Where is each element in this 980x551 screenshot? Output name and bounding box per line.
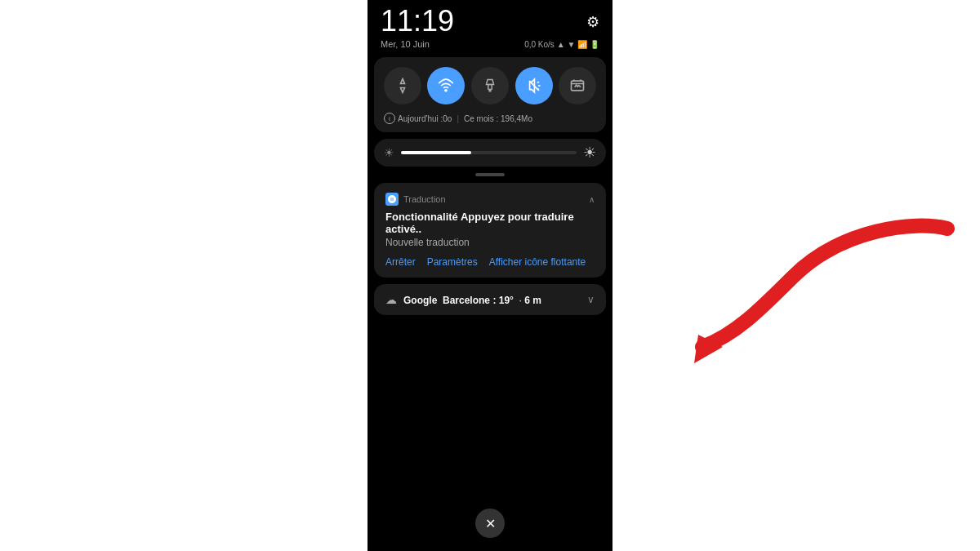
svg-marker-7	[694, 335, 723, 363]
weather-time: 6 m	[524, 295, 541, 306]
svg-point-0	[445, 90, 447, 91]
toggle-sound[interactable]	[515, 67, 553, 104]
weather-app: Google	[403, 295, 437, 306]
left-background	[0, 0, 368, 551]
network-speed: 0,0 Ko/s	[524, 40, 555, 49]
toggle-row	[381, 67, 599, 104]
info-icon: i	[384, 113, 395, 124]
notif-actions: Arrêter Paramètres Afficher icône flotta…	[385, 256, 595, 268]
divider-handle	[368, 173, 612, 176]
phone-screen: 11:19 ⚙ Mer, 10 Juin 0,0 Ko/s ▲ ▼ 📶 🔋	[368, 0, 612, 551]
clock-time: 11:19	[381, 7, 454, 36]
brightness-high-icon: ☀	[583, 144, 596, 162]
brightness-row[interactable]: ☀ ☀	[374, 139, 606, 167]
right-background	[612, 0, 980, 551]
weather-info: Google Barcelone : 19° · 6 m	[403, 292, 541, 307]
close-button[interactable]: ✕	[475, 509, 505, 538]
date-row: Mer, 10 Juin 0,0 Ko/s ▲ ▼ 📶 🔋	[368, 38, 612, 54]
brightness-track[interactable]	[401, 151, 577, 154]
notification-card-translation[interactable]: Traduction ∧ Fonctionnalité Appuyez pour…	[374, 183, 606, 278]
notif-app-name: Traduction	[403, 194, 584, 204]
data-today: i Aujourd'hui :0o	[384, 113, 452, 124]
weather-card[interactable]: ☁ Google Barcelone : 19° · 6 m ∨	[374, 284, 606, 315]
red-arrow-annotation	[694, 204, 980, 384]
notif-subtitle: Nouvelle traduction	[385, 237, 595, 248]
notif-header: Traduction ∧	[385, 193, 595, 206]
status-icons: 0,0 Ko/s ▲ ▼ 📶 🔋	[524, 40, 599, 49]
notif-title: Fonctionnalité Appuyez pour traduire act…	[385, 211, 595, 235]
date-text: Mer, 10 Juin	[381, 39, 430, 49]
notif-action-float[interactable]: Afficher icône flottante	[489, 256, 586, 268]
brightness-low-icon: ☀	[384, 146, 394, 159]
notif-action-settings[interactable]: Paramètres	[427, 256, 478, 268]
svg-rect-1	[488, 85, 492, 90]
toggle-screenshot[interactable]	[559, 67, 596, 104]
data-info-row: i Aujourd'hui :0o | Ce mois : 196,4Mo	[381, 113, 599, 124]
handle-bar	[475, 173, 505, 176]
status-bar: 11:19 ⚙	[368, 0, 612, 38]
brightness-fill	[401, 151, 471, 154]
weather-expand-icon[interactable]: ∨	[587, 294, 595, 305]
quick-panel: i Aujourd'hui :0o | Ce mois : 196,4Mo	[374, 57, 606, 132]
data-month: Ce mois : 196,4Mo	[464, 114, 532, 123]
svg-line-2	[537, 82, 539, 83]
cloud-icon: ☁	[385, 293, 397, 306]
signal-icons: ▲ ▼ 📶 🔋	[557, 40, 599, 49]
toggle-data[interactable]	[384, 67, 421, 104]
notif-app-icon	[385, 193, 399, 206]
settings-icon[interactable]: ⚙	[586, 13, 599, 31]
notif-action-stop[interactable]: Arrêter	[385, 256, 416, 268]
toggle-torch[interactable]	[471, 67, 509, 104]
weather-location: Barcelone : 19°	[443, 295, 514, 306]
toggle-wifi[interactable]	[427, 67, 465, 104]
close-icon: ✕	[485, 516, 496, 531]
notif-expand-icon[interactable]: ∧	[589, 195, 595, 204]
weather-text: Google Barcelone : 19° · 6 m	[403, 295, 541, 306]
